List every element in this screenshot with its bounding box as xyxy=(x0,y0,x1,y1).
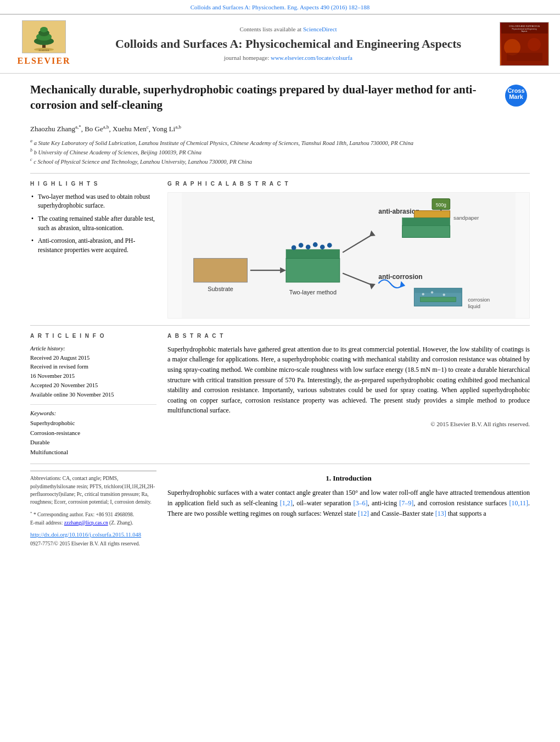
svg-text:anti-abrasion: anti-abrasion xyxy=(378,208,419,215)
highlight-item-1: Two-layer method was used to obtain robu… xyxy=(30,192,156,210)
available-date: Available online 30 November 2015 xyxy=(30,390,156,400)
corresponding-note: * * Corresponding author. Fax: +86 931 4… xyxy=(30,510,156,527)
svg-text:corrosion: corrosion xyxy=(468,296,490,302)
homepage-url[interactable]: www.elsevier.com/locate/colsurfa xyxy=(271,54,352,61)
graphical-abstract-image: Substrate Two-layer method xyxy=(167,192,530,319)
svg-rect-38 xyxy=(402,225,450,237)
email-link[interactable]: zzzhang@licp.cas.cn xyxy=(64,520,108,526)
info-abstract-row: A R T I C L E I N F O Article history: R… xyxy=(30,332,530,458)
svg-rect-14 xyxy=(507,53,542,61)
keyword-4: Multifunctional xyxy=(30,448,156,458)
author-3: Xuehu Men xyxy=(113,125,147,133)
journal-center: Contents lists available at ScienceDirec… xyxy=(82,25,494,62)
svg-point-25 xyxy=(292,245,296,250)
sciencedirect-line: Contents lists available at ScienceDirec… xyxy=(82,25,494,34)
history-label: Article history: xyxy=(30,344,156,354)
journal-header: ELSEVIER ELSEVIER Contents lists availab… xyxy=(0,14,560,73)
svg-point-28 xyxy=(313,242,318,247)
revised-date: 16 November 2015 xyxy=(30,372,156,381)
divider-1 xyxy=(30,173,530,174)
elsevier-logo: ELSEVIER ELSEVIER xyxy=(11,20,77,67)
affiliations: a a State Key Laboratory of Solid Lubric… xyxy=(30,138,530,166)
accepted-date: Accepted 20 November 2015 xyxy=(30,381,156,390)
svg-point-29 xyxy=(320,244,325,249)
article-info-heading: A R T I C L E I N F O xyxy=(30,332,156,340)
svg-rect-18 xyxy=(182,193,516,318)
introduction-paragraph-1: Superhydrophobic surfaces with a water c… xyxy=(167,488,530,518)
svg-text:ELSEVIER: ELSEVIER xyxy=(39,49,49,52)
received-date: Received 20 August 2015 xyxy=(30,354,156,363)
highlight-item-2: The coating remained stable after durabl… xyxy=(30,214,156,232)
svg-rect-39 xyxy=(402,217,450,225)
keyword-2: Corrosion-resistance xyxy=(30,428,156,438)
keywords-section: Keywords: Superhydrophobic Corrosion-res… xyxy=(30,409,156,458)
ref-1-2[interactable]: [1,2] xyxy=(280,499,293,507)
graphical-abstract-heading: G R A P H I C A L A B S T R A C T xyxy=(167,180,530,188)
ref-3-6[interactable]: [3–6] xyxy=(354,499,368,507)
email-label: E-mail address: xyxy=(30,520,63,526)
abbreviations-footnote: Abbreviations: CA, contact angle; PDMS, … xyxy=(30,471,156,506)
journal-citation-link[interactable]: Colloids and Surfaces A: Physicochem. En… xyxy=(191,4,370,10)
svg-point-30 xyxy=(327,243,332,248)
highlights-section: H I G H L I G H T S Two-layer method was… xyxy=(30,180,156,319)
top-bar: Colloids and Surfaces A: Physicochem. En… xyxy=(0,0,560,14)
abstract-copyright: © 2015 Elsevier B.V. All rights reserved… xyxy=(167,420,530,428)
affiliation-a: a a State Key Laboratory of Solid Lubric… xyxy=(30,138,530,147)
svg-rect-19 xyxy=(194,258,248,282)
svg-text:Substrate: Substrate xyxy=(208,286,233,292)
journal-homepage: journal homepage: www.elsevier.com/locat… xyxy=(82,54,494,62)
svg-text:sandpaper: sandpaper xyxy=(453,215,479,221)
affiliation-c: c c School of Physical Science and Techn… xyxy=(30,157,530,166)
footnotes-section: Abbreviations: CA, contact angle; PDMS, … xyxy=(30,471,156,548)
introduction-section: 1. Introduction Superhydrophobic surface… xyxy=(167,473,530,548)
svg-text:liquid: liquid xyxy=(468,303,480,309)
svg-rect-24 xyxy=(286,249,340,258)
bottom-section: Abbreviations: CA, contact angle; PDMS, … xyxy=(30,471,530,548)
keyword-3: Durable xyxy=(30,438,156,448)
svg-rect-23 xyxy=(286,258,340,282)
keywords-label: Keywords: xyxy=(30,409,156,417)
svg-text:COLLOIDS AND SURFACES A: COLLOIDS AND SURFACES A xyxy=(509,25,540,27)
svg-rect-37 xyxy=(414,210,450,217)
svg-rect-47 xyxy=(414,288,462,293)
abstract-heading: A B S T R A C T xyxy=(167,332,530,340)
journal-title-header: Colloids and Surfaces A: Physicochemical… xyxy=(82,36,494,52)
svg-point-27 xyxy=(306,244,311,249)
graphical-abstract-section: G R A P H I C A L A B S T R A C T Substr… xyxy=(167,180,530,319)
svg-point-51 xyxy=(443,293,445,295)
info-divider xyxy=(30,404,156,405)
svg-point-5 xyxy=(40,27,48,32)
journal-cover-image: COLLOIDS AND SURFACES A Physicochemical … xyxy=(500,22,549,66)
svg-text:Mark: Mark xyxy=(509,93,524,100)
highlights-list: Two-layer method was used to obtain robu… xyxy=(30,192,156,255)
sciencedirect-link[interactable]: ScienceDirect xyxy=(303,26,337,32)
ref-13[interactable]: [13] xyxy=(435,510,446,517)
elsevier-tree-image: ELSEVIER xyxy=(22,20,66,53)
ref-7-9[interactable]: [7–9] xyxy=(399,499,413,507)
author-4: Yong Li xyxy=(152,125,175,133)
article-history: Article history: Received 20 August 2015… xyxy=(30,344,156,400)
abstract-section: A B S T R A C T Superhydrophobic materia… xyxy=(167,332,530,458)
crossmark-badge[interactable]: Cross Mark xyxy=(502,82,530,109)
elsevier-brand-text: ELSEVIER xyxy=(18,55,71,67)
article-info-section: A R T I C L E I N F O Article history: R… xyxy=(30,332,156,458)
highlight-item-3: Anti-corrosion, anti-abrasion, and PH-re… xyxy=(30,236,156,254)
ref-10-11[interactable]: [10,11] xyxy=(509,499,528,507)
copyright-bottom: 0927-7757/© 2015 Elsevier B.V. All right… xyxy=(30,540,156,548)
highlights-graphical-row: H I G H L I G H T S Two-layer method was… xyxy=(30,180,530,319)
doi-link[interactable]: http://dx.doi.org/10.1016/j.colsurfa.201… xyxy=(30,531,156,539)
svg-point-13 xyxy=(528,38,541,51)
divider-2 xyxy=(30,325,530,326)
revised-label: Received in revised form xyxy=(30,362,156,372)
author-1: Zhaozhu Zhang xyxy=(30,125,75,133)
svg-point-50 xyxy=(431,291,433,293)
author-2: Bo Ge xyxy=(85,125,103,133)
ref-12[interactable]: [12] xyxy=(358,510,369,517)
keyword-1: Superhydrophobic xyxy=(30,419,156,428)
affiliation-b: b b University of Chinese Academy of Sci… xyxy=(30,147,530,157)
authors-line: Zhaozhu Zhanga,*, Bo Gea,b, Xuehu Menc, … xyxy=(30,124,530,135)
svg-text:500g: 500g xyxy=(436,202,446,208)
abstract-text: Superhydrophobic materials have gathered… xyxy=(167,344,530,416)
main-content: Mechanically durable, superhydrophobic c… xyxy=(0,74,560,556)
introduction-title: 1. Introduction xyxy=(167,473,530,483)
